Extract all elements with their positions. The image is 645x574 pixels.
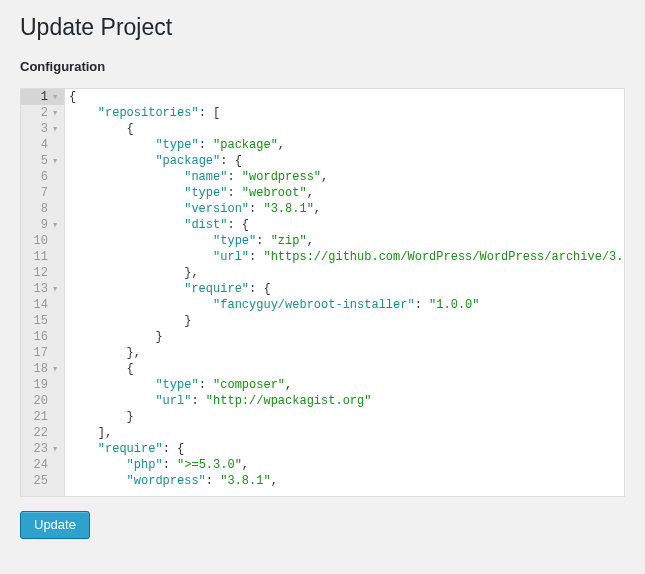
gutter-line: 22 bbox=[21, 425, 64, 441]
line-number: 18 bbox=[26, 361, 48, 377]
gutter-line: 1▾ bbox=[21, 89, 64, 105]
gutter-line: 2▾ bbox=[21, 105, 64, 121]
line-number: 19 bbox=[26, 377, 48, 393]
gutter-line: 18▾ bbox=[21, 361, 64, 377]
gutter-line: 20 bbox=[21, 393, 64, 409]
line-number: 11 bbox=[26, 249, 48, 265]
page-title: Update Project bbox=[20, 14, 625, 41]
line-number: 25 bbox=[26, 473, 48, 489]
code-line[interactable]: } bbox=[69, 329, 624, 345]
code-line[interactable]: { bbox=[69, 121, 624, 137]
code-line[interactable]: "type": "webroot", bbox=[69, 185, 624, 201]
line-number: 21 bbox=[26, 409, 48, 425]
line-number: 23 bbox=[26, 441, 48, 457]
gutter-line: 25 bbox=[21, 473, 64, 489]
gutter-line: 5▾ bbox=[21, 153, 64, 169]
line-number: 15 bbox=[26, 313, 48, 329]
code-line[interactable]: "php": ">=5.3.0", bbox=[69, 457, 624, 473]
code-line[interactable]: "type": "composer", bbox=[69, 377, 624, 393]
code-line[interactable]: { bbox=[69, 89, 624, 105]
gutter-line: 4 bbox=[21, 137, 64, 153]
gutter-line: 6 bbox=[21, 169, 64, 185]
editor-code-area[interactable]: { "repositories": [ { "type": "package",… bbox=[65, 89, 624, 496]
fold-icon[interactable]: ▾ bbox=[50, 105, 60, 121]
gutter-line: 3▾ bbox=[21, 121, 64, 137]
line-number: 13 bbox=[26, 281, 48, 297]
gutter-line: 16 bbox=[21, 329, 64, 345]
code-line[interactable]: }, bbox=[69, 265, 624, 281]
code-line[interactable]: } bbox=[69, 409, 624, 425]
configuration-label: Configuration bbox=[20, 59, 625, 74]
fold-icon[interactable]: ▾ bbox=[50, 89, 60, 105]
code-line[interactable]: "fancyguy/webroot-installer": "1.0.0" bbox=[69, 297, 624, 313]
code-line[interactable]: "url": "https://github.com/WordPress/Wor… bbox=[69, 249, 624, 265]
json-editor[interactable]: 1▾2▾3▾45▾6789▾10111213▾1415161718▾192021… bbox=[20, 88, 625, 497]
fold-icon[interactable]: ▾ bbox=[50, 281, 60, 297]
code-line[interactable]: "require": { bbox=[69, 441, 624, 457]
fold-icon[interactable]: ▾ bbox=[50, 441, 60, 457]
line-number: 12 bbox=[26, 265, 48, 281]
gutter-line: 8 bbox=[21, 201, 64, 217]
fold-icon[interactable]: ▾ bbox=[50, 361, 60, 377]
code-line[interactable]: "url": "http://wpackagist.org" bbox=[69, 393, 624, 409]
code-line[interactable]: "require": { bbox=[69, 281, 624, 297]
gutter-line: 9▾ bbox=[21, 217, 64, 233]
line-number: 10 bbox=[26, 233, 48, 249]
gutter-line: 14 bbox=[21, 297, 64, 313]
code-line[interactable]: "dist": { bbox=[69, 217, 624, 233]
code-line[interactable]: } bbox=[69, 313, 624, 329]
gutter-line: 23▾ bbox=[21, 441, 64, 457]
update-button[interactable]: Update bbox=[20, 511, 90, 539]
page-wrap: Update Project Configuration 1▾2▾3▾45▾67… bbox=[0, 0, 645, 559]
code-line[interactable]: }, bbox=[69, 345, 624, 361]
code-line[interactable]: ], bbox=[69, 425, 624, 441]
line-number: 22 bbox=[26, 425, 48, 441]
gutter-line: 11 bbox=[21, 249, 64, 265]
line-number: 4 bbox=[26, 137, 48, 153]
line-number: 3 bbox=[26, 121, 48, 137]
gutter-line: 13▾ bbox=[21, 281, 64, 297]
line-number: 14 bbox=[26, 297, 48, 313]
fold-icon[interactable]: ▾ bbox=[50, 153, 60, 169]
line-number: 5 bbox=[26, 153, 48, 169]
gutter-line: 15 bbox=[21, 313, 64, 329]
fold-icon[interactable]: ▾ bbox=[50, 217, 60, 233]
gutter-line: 12 bbox=[21, 265, 64, 281]
code-line[interactable]: "repositories": [ bbox=[69, 105, 624, 121]
code-line[interactable]: "package": { bbox=[69, 153, 624, 169]
line-number: 9 bbox=[26, 217, 48, 233]
line-number: 2 bbox=[26, 105, 48, 121]
code-line[interactable]: "version": "3.8.1", bbox=[69, 201, 624, 217]
line-number: 16 bbox=[26, 329, 48, 345]
gutter-line: 21 bbox=[21, 409, 64, 425]
code-line[interactable]: "type": "package", bbox=[69, 137, 624, 153]
gutter-line: 10 bbox=[21, 233, 64, 249]
line-number: 6 bbox=[26, 169, 48, 185]
line-number: 17 bbox=[26, 345, 48, 361]
code-line[interactable]: "wordpress": "3.8.1", bbox=[69, 473, 624, 489]
line-number: 8 bbox=[26, 201, 48, 217]
line-number: 7 bbox=[26, 185, 48, 201]
line-number: 1 bbox=[26, 89, 48, 105]
line-number: 24 bbox=[26, 457, 48, 473]
gutter-line: 19 bbox=[21, 377, 64, 393]
gutter-line: 17 bbox=[21, 345, 64, 361]
line-number: 20 bbox=[26, 393, 48, 409]
code-line[interactable]: { bbox=[69, 361, 624, 377]
code-line[interactable]: "type": "zip", bbox=[69, 233, 624, 249]
fold-icon[interactable]: ▾ bbox=[50, 121, 60, 137]
editor-gutter: 1▾2▾3▾45▾6789▾10111213▾1415161718▾192021… bbox=[21, 89, 65, 496]
gutter-line: 7 bbox=[21, 185, 64, 201]
code-line[interactable]: "name": "wordpress", bbox=[69, 169, 624, 185]
gutter-line: 24 bbox=[21, 457, 64, 473]
